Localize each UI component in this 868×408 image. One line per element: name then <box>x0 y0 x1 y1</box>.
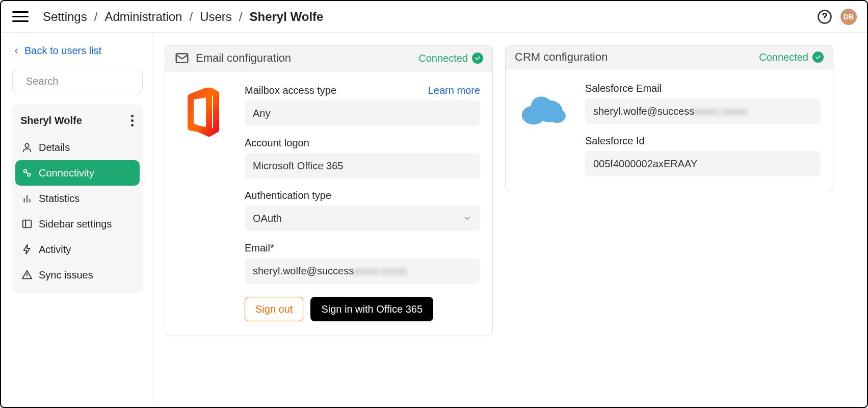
svg-rect-10 <box>23 220 32 228</box>
help-icon[interactable] <box>817 9 832 24</box>
account-logon-field[interactable]: Microsoft Office 365 <box>245 153 480 178</box>
check-circle-icon <box>812 52 824 63</box>
redacted-text: xxxxx.xxxxx <box>693 106 747 117</box>
field-value: OAuth <box>253 213 282 224</box>
avatar[interactable]: DB <box>840 9 857 25</box>
redacted-text: xxxxx.xxxxx <box>353 265 407 277</box>
sidebar-item-label: Statistics <box>39 193 80 205</box>
breadcrumb-item-settings[interactable]: Settings <box>43 10 87 24</box>
sidebar-item-label: Details <box>39 142 70 154</box>
mail-icon <box>174 50 190 66</box>
back-to-users-link[interactable]: Back to users list <box>12 44 143 58</box>
user-menu-icon[interactable] <box>129 113 136 129</box>
breadcrumb: Settings / Administration / Users / Sher… <box>43 10 323 24</box>
status-badge: Connected <box>418 53 483 64</box>
svg-point-4 <box>25 144 29 147</box>
email-field[interactable]: sheryl.wolfe@successxxxxx.xxxxx <box>245 258 480 284</box>
search-input[interactable] <box>25 75 156 88</box>
sidebar-item-label: Sync issues <box>39 269 93 281</box>
sf-email-field: sheryl.wolfe@successxxxxx.xxxxx <box>585 98 821 124</box>
email-label: Email* <box>245 242 274 254</box>
salesforce-cloud-icon <box>518 83 569 176</box>
learn-more-link[interactable]: Learn more <box>428 85 480 96</box>
sidebar-item-label: Connectivity <box>39 167 94 179</box>
field-value: 005f4000002axERAAY <box>593 158 697 170</box>
account-logon-label: Account logon <box>245 137 309 149</box>
status-text: Connected <box>759 52 808 63</box>
status-badge: Connected <box>759 52 824 63</box>
auth-type-label: Authentication type <box>245 190 331 201</box>
breadcrumb-item-administration[interactable]: Administration <box>104 10 182 24</box>
mailbox-access-label: Mailbox access type <box>245 85 336 96</box>
chevron-down-icon <box>463 214 472 223</box>
hamburger-menu-icon[interactable] <box>12 9 29 25</box>
card-title: CRM configuration <box>515 50 608 64</box>
svg-point-1 <box>824 19 825 20</box>
breadcrumb-separator: / <box>239 10 243 24</box>
warning-icon <box>21 269 33 280</box>
sf-id-label: Salesforce Id <box>585 135 645 147</box>
user-nav-card: Sheryl Wolfe Details Connectivity Statis… <box>12 105 143 293</box>
breadcrumb-separator: / <box>94 10 98 24</box>
field-value: Microsoft Office 365 <box>253 160 343 172</box>
status-text: Connected <box>418 53 468 64</box>
sidebar-item-sidebar-settings[interactable]: Sidebar settings <box>15 211 140 237</box>
card-title: Email configuration <box>196 52 291 65</box>
sidebar-item-details[interactable]: Details <box>15 135 140 160</box>
panel-icon <box>21 218 33 230</box>
user-icon <box>21 142 33 153</box>
mailbox-access-field[interactable]: Any <box>245 100 480 126</box>
sidebar: Back to users list Sheryl Wolfe Details … <box>1 33 152 407</box>
sidebar-item-sync-issues[interactable]: Sync issues <box>15 262 140 288</box>
sidebar-item-statistics[interactable]: Statistics <box>15 186 140 211</box>
check-circle-icon <box>472 53 483 64</box>
sf-id-field: 005f4000002axERAAY <box>585 151 821 176</box>
lightning-icon <box>21 244 33 255</box>
field-value: sheryl.wolfe@success <box>593 106 694 117</box>
sign-in-office365-button[interactable]: Sign in with Office 365 <box>310 297 433 321</box>
svg-point-13 <box>27 277 27 277</box>
user-nav-name: Sheryl Wolfe <box>20 115 82 126</box>
bar-chart-icon <box>21 193 33 204</box>
office-365-icon <box>177 85 228 321</box>
svg-point-17 <box>531 97 551 114</box>
field-value: sheryl.wolfe@success <box>253 265 354 277</box>
sidebar-item-label: Activity <box>39 244 71 256</box>
breadcrumb-item-current: Sheryl Wolfe <box>249 10 323 24</box>
crm-configuration-card: CRM configuration Connected <box>505 45 833 191</box>
chevron-left-icon <box>12 47 20 55</box>
auth-type-select[interactable]: OAuth <box>245 206 480 231</box>
sidebar-item-activity[interactable]: Activity <box>15 237 140 262</box>
svg-point-18 <box>548 109 566 123</box>
app-header: Settings / Administration / Users / Sher… <box>1 1 867 33</box>
sign-out-button[interactable]: Sign out <box>245 297 303 321</box>
main-content: Email configuration Connected <box>152 33 867 407</box>
sidebar-item-label: Sidebar settings <box>39 218 112 230</box>
breadcrumb-item-users[interactable]: Users <box>200 10 232 24</box>
email-configuration-card: Email configuration Connected <box>165 45 493 336</box>
connectivity-icon <box>21 167 33 178</box>
sf-email-label: Salesforce Email <box>585 83 662 94</box>
sidebar-item-connectivity[interactable]: Connectivity <box>15 160 140 186</box>
field-value: Any <box>253 108 270 119</box>
breadcrumb-separator: / <box>189 10 193 24</box>
back-link-label: Back to users list <box>24 45 101 57</box>
search-input-wrapper[interactable] <box>12 69 143 93</box>
